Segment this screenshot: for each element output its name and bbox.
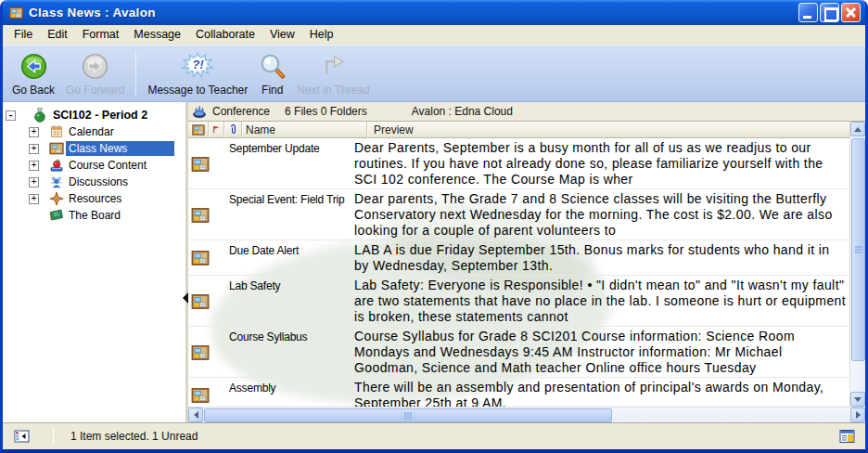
sidebar-item-class-news[interactable]: + Class News (3, 140, 185, 157)
item-name: Assembly (229, 380, 354, 407)
flask-icon (32, 108, 47, 123)
vertical-scrollbar[interactable] (849, 122, 865, 407)
list-item-field-trip[interactable]: Special Event: Field Trip Dear parents, … (188, 189, 849, 240)
chevron-up-icon (854, 127, 862, 132)
status-bar: 1 Item selected. 1 Unread (3, 422, 865, 449)
list-item-due-date-alert[interactable]: Due Date Alert LAB A is due Friday Septe… (188, 240, 849, 276)
item-name: Due Date Alert (229, 242, 354, 274)
item-list: September Update Dear Parents, September… (188, 138, 849, 407)
find-button[interactable]: Find (253, 47, 291, 99)
expand-box-icon[interactable]: + (29, 144, 39, 154)
menu-format[interactable]: Format (75, 26, 127, 43)
go-forward-button[interactable]: Go Forward (60, 47, 130, 99)
conference-counts: 6 Files 0 Folders (285, 105, 367, 118)
toolbar: Go Back Go Forward Message to Teacher Fi… (3, 45, 865, 102)
window-title: Class News : Avalon (29, 6, 797, 19)
list-item-course-syllabus[interactable]: Course Syllabus Course Syllabus for Grad… (188, 327, 849, 378)
news-item-icon (191, 155, 210, 174)
expand-box-icon[interactable]: + (29, 194, 39, 204)
apple-books-icon (49, 158, 64, 173)
news-item-icon (191, 249, 210, 267)
horizontal-scroll-thumb[interactable] (204, 408, 612, 422)
sidebar-item-discussions[interactable]: + Discussions (3, 174, 185, 190)
tree-root-sci102[interactable]: - SCI102 - Period 2 (3, 107, 185, 123)
news-item-icon (191, 343, 210, 362)
thumb-grip-icon (855, 246, 862, 248)
go-back-button[interactable]: Go Back (6, 47, 60, 99)
news-item-icon (191, 206, 210, 225)
sidebar-item-label: Course Content (66, 158, 149, 173)
item-type-icon (192, 123, 205, 136)
vertical-scroll-thumb[interactable] (851, 138, 865, 361)
scroll-up-button[interactable] (850, 122, 865, 136)
scroll-right-button[interactable] (850, 408, 865, 422)
column-flag[interactable] (209, 122, 224, 137)
calendar-icon (49, 124, 64, 139)
column-attachment[interactable] (224, 122, 242, 137)
scroll-track[interactable] (850, 361, 865, 392)
find-icon (259, 49, 286, 83)
item-name: Lab Safety (229, 278, 354, 325)
menu-file[interactable]: File (6, 26, 40, 43)
list-item-september-update[interactable]: September Update Dear Parents, September… (188, 138, 849, 189)
news-item-icon (191, 292, 210, 311)
scroll-track[interactable] (612, 408, 850, 422)
menu-edit[interactable]: Edit (40, 26, 75, 43)
chevron-down-icon (854, 397, 862, 402)
conference-path: Avalon : Edna Cloud (412, 105, 513, 118)
item-name: Special Event: Field Trip (229, 191, 354, 239)
window-icon (8, 6, 24, 20)
scroll-down-button[interactable] (850, 392, 865, 407)
next-in-thread-button[interactable]: Next in Thread (291, 47, 376, 99)
column-preview[interactable]: Preview (367, 122, 849, 137)
minimize-button[interactable] (798, 3, 818, 22)
item-preview: Dear parents, The Grade 7 and 8 Science … (354, 191, 849, 239)
item-name: Course Syllabus (229, 329, 354, 376)
next-in-thread-icon (320, 49, 347, 83)
horizontal-scrollbar[interactable] (188, 407, 865, 422)
split-view-icon[interactable] (839, 429, 856, 444)
close-button[interactable] (841, 3, 861, 22)
expand-box-icon[interactable]: + (29, 177, 39, 188)
sidebar-item-label: Resources (66, 191, 124, 206)
status-text: 1 Item selected. 1 Unread (70, 430, 839, 443)
go-back-icon (20, 49, 47, 83)
list-item-lab-safety[interactable]: Lab Safety Lab Safety: Everyone is Respo… (188, 276, 849, 327)
sidebar-item-calendar[interactable]: + Calendar (3, 123, 185, 140)
menu-view[interactable]: View (262, 26, 302, 43)
status-divider (53, 428, 54, 445)
sidebar-item-the-board[interactable]: The Board (3, 207, 185, 224)
chevron-left-icon (194, 411, 198, 419)
thumb-grip-icon (404, 412, 406, 420)
toggle-pane-icon[interactable] (14, 429, 31, 444)
menu-message[interactable]: Message (126, 26, 188, 43)
maximize-button[interactable] (820, 3, 839, 22)
sidebar-tree: - SCI102 - Period 2 + Calendar + Class N… (3, 102, 188, 422)
item-name: September Update (229, 140, 354, 188)
title-bar[interactable]: Class News : Avalon (3, 0, 865, 25)
message-to-teacher-button[interactable]: Message to Teacher (142, 47, 253, 99)
column-name[interactable]: Name (242, 122, 367, 137)
list-item-assembly[interactable]: Assembly There will be an assembly and p… (188, 378, 849, 407)
column-item-type[interactable] (188, 122, 209, 137)
main-content: - SCI102 - Period 2 + Calendar + Class N… (3, 102, 865, 422)
people-icon (49, 175, 64, 189)
menu-collaborate[interactable]: Collaborate (188, 26, 262, 43)
paperclip-icon (227, 123, 238, 136)
item-preview: LAB A is due Friday September 15th. Bonu… (354, 242, 849, 274)
collapse-box-icon[interactable]: - (6, 110, 16, 121)
flag-icon (211, 123, 221, 136)
item-preview: Dear Parents, September is a busy month … (354, 140, 849, 188)
expand-box-icon[interactable]: + (29, 127, 39, 137)
conference-type-label: Conference (212, 105, 270, 118)
conference-icon (192, 104, 207, 119)
sidebar-item-resources[interactable]: + Resources (3, 190, 185, 207)
sidebar-item-course-content[interactable]: + Course Content (3, 157, 185, 174)
app-window: Class News : Avalon File Edit Format Mes… (0, 0, 868, 453)
scroll-left-button[interactable] (188, 408, 203, 422)
news-item-icon (191, 386, 210, 405)
message-to-teacher-icon (182, 49, 213, 83)
tree-root-label: SCI102 - Period 2 (50, 108, 150, 123)
expand-box-icon[interactable]: + (29, 161, 39, 171)
menu-help[interactable]: Help (302, 26, 341, 43)
